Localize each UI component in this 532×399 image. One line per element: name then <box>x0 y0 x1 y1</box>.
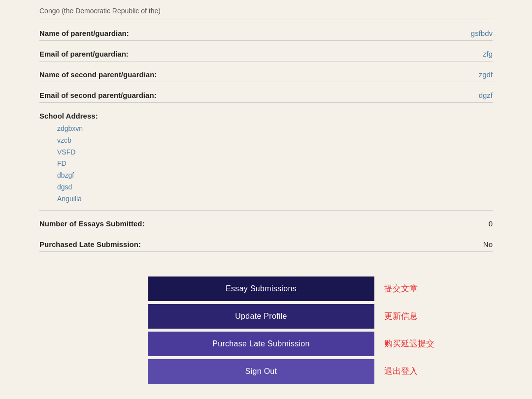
update-profile-chinese-label: 更新信息 <box>384 310 418 322</box>
sign-out-chinese-label: 退出登入 <box>384 366 418 377</box>
address-line-5: dgsd <box>57 182 493 193</box>
field-row-parent-email: Email of parent/guardian:zfg <box>39 41 493 61</box>
school-address-lines: zdgbxvnvzcbVSFDFDdbzgfdgsdAnguilla <box>39 123 493 205</box>
essay-submissions-button[interactable]: Essay Submissions <box>148 276 374 301</box>
stat-row-purchased-late: Purchased Late Submission:No <box>39 231 493 252</box>
field-value-second-parent-email: dgzf <box>479 91 493 99</box>
field-label-second-parent-email: Email of second parent/guardian: <box>39 91 157 99</box>
field-label-parent-name: Name of parent/guardian: <box>39 29 129 37</box>
field-label-second-parent-name: Name of second parent/guardian: <box>39 70 157 79</box>
field-row-second-parent-email: Email of second parent/guardian:dgzf <box>39 82 493 103</box>
stat-value-essays-submitted: 0 <box>489 219 493 228</box>
school-address-label: School Address: <box>39 112 493 120</box>
button-row-purchase-late-submission: Purchase Late Submission购买延迟提交 <box>148 332 493 356</box>
purchase-late-submission-chinese-label: 购买延迟提交 <box>384 338 434 349</box>
field-value-parent-name: gsfbdv <box>471 29 493 37</box>
essay-submissions-chinese-label: 提交文章 <box>384 283 418 294</box>
button-row-update-profile: Update Profile更新信息 <box>148 304 493 329</box>
country-display: Congo (the Democratic Republic of the) <box>39 0 493 20</box>
stat-label-essays-submitted: Number of Essays Submitted: <box>39 219 144 228</box>
stat-value-purchased-late: No <box>483 240 493 248</box>
purchase-late-submission-button[interactable]: Purchase Late Submission <box>148 332 374 356</box>
sign-out-button[interactable]: Sign Out <box>148 359 374 384</box>
address-line-4: dbzgf <box>57 170 493 182</box>
update-profile-button[interactable]: Update Profile <box>148 304 374 329</box>
page-container: Congo (the Democratic Republic of the) N… <box>0 0 532 387</box>
address-line-1: vzcb <box>57 135 493 147</box>
field-label-parent-email: Email of parent/guardian: <box>39 50 129 58</box>
field-value-second-parent-name: zgdf <box>479 70 493 79</box>
field-value-parent-email: zfg <box>483 50 493 58</box>
buttons-section: Essay Submissions提交文章Update Profile更新信息P… <box>39 276 493 387</box>
stat-label-purchased-late: Purchased Late Submission: <box>39 240 141 248</box>
address-line-3: FD <box>57 158 493 170</box>
field-row-second-parent-name: Name of second parent/guardian:zgdf <box>39 61 493 82</box>
button-row-sign-out: Sign Out退出登入 <box>148 359 493 384</box>
school-address-section: School Address: zdgbxvnvzcbVSFDFDdbzgfdg… <box>39 103 493 211</box>
stat-row-essays-submitted: Number of Essays Submitted:0 <box>39 211 493 231</box>
country-value: Congo (the Democratic Republic of the) <box>39 7 161 15</box>
address-line-0: zdgbxvn <box>57 123 493 135</box>
address-line-6: Anguilla <box>57 193 493 205</box>
field-row-parent-name: Name of parent/guardian:gsfbdv <box>39 20 493 41</box>
button-row-essay-submissions: Essay Submissions提交文章 <box>148 276 493 301</box>
address-line-2: VSFD <box>57 147 493 158</box>
